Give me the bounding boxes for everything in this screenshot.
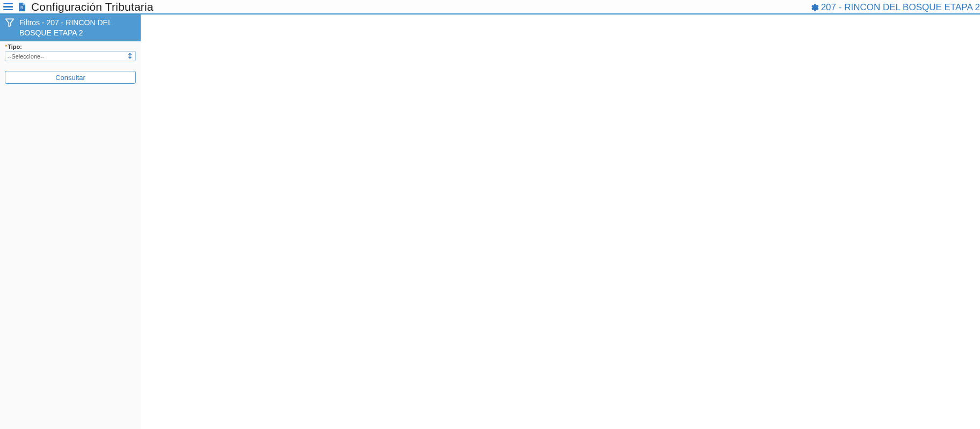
svg-text:R: R bbox=[20, 5, 24, 10]
consultar-button[interactable]: Consultar bbox=[5, 71, 136, 84]
consultar-button-label: Consultar bbox=[55, 74, 85, 82]
filter-sidebar: Filtros - 207 - RINCON DEL BOSQUE ETAPA … bbox=[0, 14, 141, 429]
topbar-left: R Configuración Tributaria bbox=[3, 1, 154, 13]
required-indicator: * bbox=[5, 43, 7, 50]
document-icon[interactable]: R bbox=[18, 2, 26, 12]
filter-body: *Tipo: Consultar bbox=[0, 41, 141, 90]
tipo-select[interactable] bbox=[5, 51, 136, 61]
field-label-row: *Tipo: bbox=[5, 43, 136, 50]
context-label: 207 - RINCON DEL BOSQUE ETAPA 2 bbox=[821, 2, 980, 13]
page-title: Configuración Tributaria bbox=[31, 1, 154, 13]
main-content bbox=[141, 14, 980, 429]
filter-header-text: Filtros - 207 - RINCON DEL BOSQUE ETAPA … bbox=[19, 17, 136, 38]
topbar: R Configuración Tributaria 207 - RINCON … bbox=[0, 0, 980, 14]
tipo-select-wrap bbox=[5, 51, 136, 62]
menu-icon[interactable] bbox=[3, 2, 13, 12]
gear-icon bbox=[809, 3, 819, 12]
context-switcher[interactable]: 207 - RINCON DEL BOSQUE ETAPA 2 bbox=[809, 0, 980, 14]
tipo-label: Tipo: bbox=[8, 43, 22, 50]
filter-icon bbox=[4, 17, 15, 28]
body-area: Filtros - 207 - RINCON DEL BOSQUE ETAPA … bbox=[0, 14, 980, 429]
filter-header: Filtros - 207 - RINCON DEL BOSQUE ETAPA … bbox=[0, 14, 141, 41]
